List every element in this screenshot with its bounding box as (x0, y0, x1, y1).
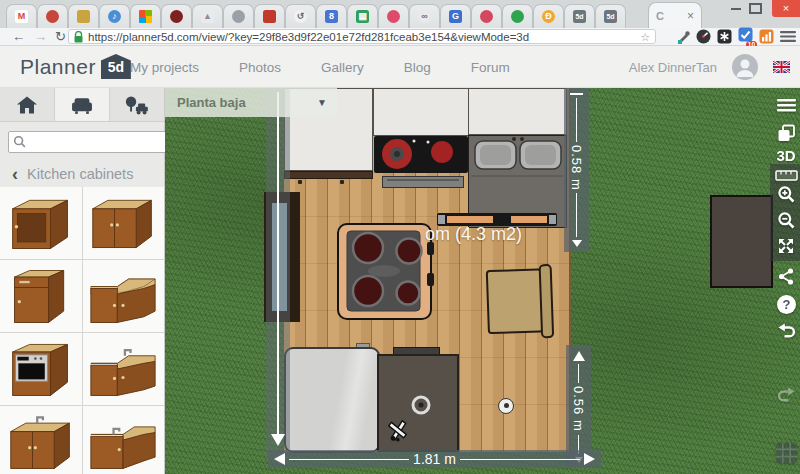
category-header[interactable]: ‹ Kitchen cabinets (0, 161, 164, 187)
floorplan-canvas[interactable]: om (4.3 m2) (165, 88, 800, 474)
counter-cooktop-top[interactable] (373, 88, 469, 136)
active-tab-favicon: C (656, 10, 664, 22)
floor-fixture-dot[interactable] (498, 398, 514, 414)
planner5d-logo[interactable]: Planner 5d (20, 54, 131, 79)
url-text[interactable]: https://planner5d.com/view/?key=29f8e3d9… (88, 31, 640, 43)
search-input[interactable] (26, 135, 172, 149)
active-tab[interactable]: C × (648, 2, 702, 28)
nav-gallery[interactable]: Gallery (321, 60, 364, 75)
asterisk-icon[interactable] (717, 29, 732, 44)
window-close-button[interactable]: × (772, 0, 800, 17)
user-name[interactable]: Alex DinnerTan (629, 60, 717, 75)
view-3d-button[interactable]: 3D (773, 147, 799, 164)
pinned-tab-blue-g[interactable]: G (440, 4, 471, 28)
layers-icon (777, 124, 796, 143)
half-disc-favicon (170, 10, 183, 23)
gmail-favicon: M (15, 10, 28, 23)
nav-my-projects[interactable]: My projects (130, 60, 199, 75)
search-box[interactable] (8, 131, 177, 153)
ruler-button[interactable] (773, 168, 799, 182)
app-header: Planner 5d My projects Photos Gallery Bl… (0, 46, 800, 88)
canvas-menu-button[interactable] (773, 99, 799, 112)
counter-sink-top[interactable] (468, 88, 567, 135)
pinned-tab-half-disc[interactable] (161, 4, 192, 28)
dark-counter[interactable] (377, 354, 459, 452)
back-chevron-icon[interactable]: ‹ (12, 164, 18, 184)
browser-back-icon[interactable]: ← (12, 28, 25, 45)
room-area-label: om (4.3 m2) (425, 224, 522, 245)
pinned-tab-red-book[interactable] (254, 4, 285, 28)
snap-grid-button[interactable] (773, 441, 799, 465)
catalog-item-cabinet-corner-sink-2[interactable] (83, 406, 165, 474)
chair[interactable] (486, 264, 559, 346)
pinned-tab-chain[interactable]: ∞ (409, 4, 440, 28)
measure-mid-right: 0.56 m (566, 345, 591, 467)
pinned-tab-gmail[interactable]: M (6, 4, 37, 28)
outdoor-table[interactable] (710, 195, 773, 288)
fridge[interactable] (284, 347, 380, 453)
browser-forward-icon[interactable]: → (34, 28, 47, 45)
pinned-tab-hive[interactable] (68, 4, 99, 28)
pinned-tab-slides[interactable]: ▤ (347, 4, 378, 28)
tab-outdoor[interactable] (110, 88, 164, 121)
pinned-tab-windows[interactable] (130, 4, 161, 28)
mask-favicon (232, 10, 245, 23)
fullscreen-button[interactable] (773, 237, 799, 255)
gauge-icon[interactable] (696, 29, 711, 44)
catalog-item-cabinet-corner-sink[interactable] (83, 333, 165, 405)
cabinet-oven-icon (2, 335, 80, 403)
dishwasher-front[interactable] (382, 176, 464, 188)
catalog-item-cabinet-corner[interactable] (83, 260, 165, 332)
pinned-tab-mask[interactable] (223, 4, 254, 28)
wall-cooktop[interactable] (374, 136, 468, 173)
tab-close-icon[interactable]: × (687, 10, 694, 22)
pinned-tab-clock[interactable] (502, 4, 533, 28)
pinned-tab-loop[interactable]: ↺ (285, 4, 316, 28)
nav-blog[interactable]: Blog (404, 60, 431, 75)
todo-extension[interactable]: 10 (738, 27, 753, 46)
catalog-item-cabinet-double-door[interactable] (83, 187, 165, 259)
chart-icon[interactable] (759, 29, 774, 44)
undo-button[interactable] (773, 321, 799, 340)
browser-reload-icon[interactable]: ↻ (55, 28, 66, 45)
browser-menu-icon[interactable] (780, 30, 796, 43)
clock-favicon (511, 10, 524, 23)
url-box[interactable]: https://planner5d.com/view/?key=29f8e3d9… (68, 29, 656, 44)
pinned-tab-music[interactable]: ♪ (99, 4, 130, 28)
tab-rooms[interactable] (0, 88, 55, 121)
nav-forum[interactable]: Forum (471, 60, 510, 75)
stove[interactable] (337, 223, 432, 320)
mountain-favicon: ▲ (201, 10, 214, 23)
pinned-tab-pink-dot[interactable] (378, 4, 409, 28)
bookmark-star-icon[interactable]: ☆ (640, 31, 650, 43)
pinned-tab-planner5d-a[interactable]: 5d (564, 4, 595, 28)
window-maximize-button[interactable] (749, 3, 762, 14)
catalog-grid (0, 187, 164, 474)
share-button[interactable] (773, 267, 799, 286)
redo-button[interactable] (773, 385, 799, 404)
layers-button[interactable] (773, 124, 799, 143)
todo-check-icon (738, 27, 753, 42)
catalog-item-cabinet-single-door[interactable] (0, 187, 82, 259)
window-minimize-button[interactable] (731, 8, 741, 10)
pinned-tab-red-dot[interactable] (471, 4, 502, 28)
measure-bottom: 1.81 m (268, 450, 601, 468)
pinned-tab-blue-8[interactable]: 8 (316, 4, 347, 28)
pinned-tab-planner5d-b[interactable]: 5d (595, 4, 626, 28)
catalog-item-cabinet-sink[interactable] (0, 406, 82, 474)
catalog-item-cabinet-drawer-door[interactable] (0, 260, 82, 332)
pinned-tab-orange-d[interactable]: Ð (533, 4, 564, 28)
zoom-out-button[interactable] (773, 211, 799, 230)
floor-selector-dropdown[interactable]: Planta baja ▼ (165, 88, 337, 117)
eyedropper-icon[interactable] (676, 29, 690, 44)
tab-furniture[interactable] (55, 88, 110, 121)
help-button[interactable]: ? (773, 294, 799, 315)
avatar[interactable] (732, 54, 758, 80)
blue-8-favicon: 8 (325, 10, 338, 23)
uk-flag-icon[interactable] (773, 61, 790, 73)
zoom-in-button[interactable] (773, 185, 799, 204)
pinned-tab-mountain[interactable]: ▲ (192, 4, 223, 28)
nav-photos[interactable]: Photos (239, 60, 281, 75)
pinned-tab-red-ring[interactable] (37, 4, 68, 28)
catalog-item-cabinet-oven[interactable] (0, 333, 82, 405)
